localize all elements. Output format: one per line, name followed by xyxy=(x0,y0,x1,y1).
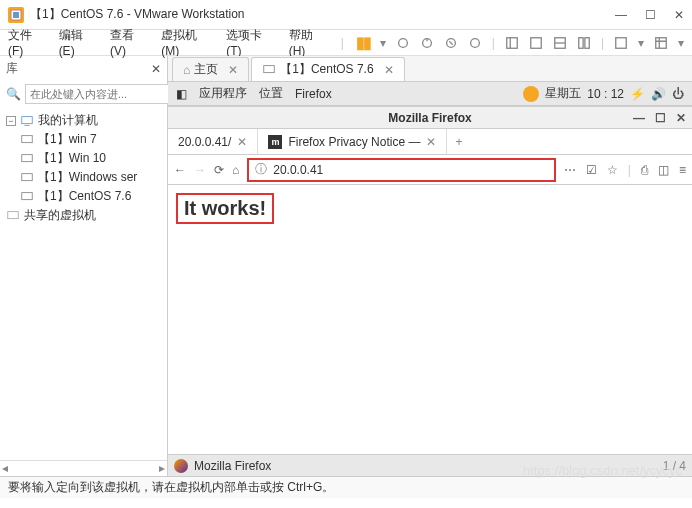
browser-tab-2-label: Firefox Privacy Notice — xyxy=(288,135,420,149)
ff-close-button[interactable]: ✕ xyxy=(676,111,686,125)
ff-minimize-button[interactable]: — xyxy=(633,111,645,125)
fullscreen-icon[interactable] xyxy=(614,36,628,50)
svg-rect-13 xyxy=(616,37,627,48)
vm-icon xyxy=(20,133,34,147)
tree-item[interactable]: 【1】Win 10 xyxy=(38,150,106,167)
home-icon: ⌂ xyxy=(183,63,190,77)
notification-icon[interactable] xyxy=(523,86,539,102)
page-heading: It works! xyxy=(184,197,266,220)
svg-rect-8 xyxy=(531,37,542,48)
layout1-icon[interactable] xyxy=(505,36,519,50)
svg-point-2 xyxy=(398,38,407,47)
tree-item[interactable]: 【1】Windows ser xyxy=(38,169,137,186)
tree-root[interactable]: 我的计算机 xyxy=(38,112,98,129)
svg-rect-19 xyxy=(22,173,33,180)
home-button[interactable]: ⌂ xyxy=(232,163,239,177)
menu-vm[interactable]: 虚拟机(M) xyxy=(161,27,214,58)
close-button[interactable]: ✕ xyxy=(674,8,684,22)
reader-icon[interactable]: ☑ xyxy=(586,163,597,177)
tab-home[interactable]: ⌂ 主页 ✕ xyxy=(172,57,249,81)
volume-icon[interactable]: 🔊 xyxy=(651,87,666,101)
taskbar-item[interactable]: Mozilla Firefox xyxy=(194,459,271,473)
svg-rect-14 xyxy=(656,37,667,48)
svg-rect-17 xyxy=(22,135,33,142)
pause-icon[interactable]: ▮▮ xyxy=(356,33,370,52)
svg-rect-21 xyxy=(8,211,19,218)
tree-item[interactable]: 【1】win 7 xyxy=(38,131,97,148)
scroll-right-icon[interactable]: ▸ xyxy=(159,461,165,476)
clock-day: 星期五 xyxy=(545,85,581,102)
maximize-button[interactable]: ☐ xyxy=(645,8,656,22)
menu-edit[interactable]: 编辑(E) xyxy=(59,27,98,58)
ff-maximize-button[interactable]: ☐ xyxy=(655,111,666,125)
window-title: 【1】CentOS 7.6 - VMware Workstation xyxy=(30,6,615,23)
layout2-icon[interactable] xyxy=(529,36,543,50)
tab-vm-close-icon[interactable]: ✕ xyxy=(384,63,394,77)
more-icon[interactable]: ⋯ xyxy=(564,163,576,177)
new-tab-button[interactable]: + xyxy=(447,135,470,149)
vm-icon xyxy=(20,190,34,204)
network-icon[interactable]: ⚡ xyxy=(630,87,645,101)
menu-help[interactable]: 帮助(H) xyxy=(289,27,329,58)
library-search-input[interactable] xyxy=(25,84,173,104)
svg-rect-6 xyxy=(507,37,518,48)
manage-icon[interactable] xyxy=(468,36,482,50)
tree-item-selected[interactable]: 【1】CentOS 7.6 xyxy=(38,188,131,205)
firefox-taskbar-icon[interactable] xyxy=(174,459,188,473)
forward-button[interactable]: → xyxy=(194,163,206,177)
info-icon[interactable]: ⓘ xyxy=(255,161,267,178)
linux-menu-firefox[interactable]: Firefox xyxy=(295,87,332,101)
menu-file[interactable]: 文件(F) xyxy=(8,27,47,58)
back-button[interactable]: ← xyxy=(174,163,186,177)
clock-time: 10 : 12 xyxy=(587,87,624,101)
library-tree[interactable]: − 我的计算机 【1】win 7 【1】Win 10 【1】Windows se… xyxy=(0,107,167,460)
layout4-icon[interactable] xyxy=(577,36,591,50)
url-bar[interactable]: ⓘ 20.0.0.41 xyxy=(247,158,556,182)
vm-icon xyxy=(20,171,34,185)
svg-rect-22 xyxy=(264,65,275,72)
vmware-logo-icon xyxy=(8,7,24,23)
unity-icon[interactable] xyxy=(654,36,668,50)
search-icon: 🔍 xyxy=(6,87,21,101)
library-icon[interactable]: ⎙ xyxy=(641,163,648,177)
tab-vm-label: 【1】CentOS 7.6 xyxy=(280,61,373,78)
svg-rect-12 xyxy=(585,37,589,48)
reload-button[interactable]: ⟳ xyxy=(214,163,224,177)
expand-icon[interactable]: − xyxy=(6,116,16,126)
power-tray-icon[interactable]: ⏻ xyxy=(672,87,684,101)
tab-close-icon[interactable]: ✕ xyxy=(426,135,436,149)
library-close-icon[interactable]: ✕ xyxy=(151,62,161,76)
tab-close-icon[interactable]: ✕ xyxy=(237,135,247,149)
svg-point-5 xyxy=(470,38,479,47)
power-icon[interactable] xyxy=(396,36,410,50)
menu-view[interactable]: 查看(V) xyxy=(110,27,149,58)
browser-tab-2[interactable]: m Firefox Privacy Notice — ✕ xyxy=(258,129,447,154)
layout3-icon[interactable] xyxy=(553,36,567,50)
svg-rect-18 xyxy=(22,154,33,161)
tree-shared[interactable]: 共享的虚拟机 xyxy=(24,207,96,224)
watermark: https://blog.csdn.net/ycycyc xyxy=(523,463,682,478)
mozilla-icon: m xyxy=(268,135,282,149)
tab-home-label: 主页 xyxy=(194,61,218,78)
menu-tabs[interactable]: 选项卡(T) xyxy=(226,27,276,58)
shared-icon xyxy=(6,209,20,223)
tab-vm[interactable]: 【1】CentOS 7.6 ✕ xyxy=(251,57,404,81)
linux-menu-apps[interactable]: 应用程序 xyxy=(199,85,247,102)
dropdown-icon[interactable]: ▾ xyxy=(380,36,386,50)
menu-icon[interactable]: ≡ xyxy=(679,163,686,177)
svg-rect-1 xyxy=(13,12,19,18)
tab-home-close-icon[interactable]: ✕ xyxy=(228,63,238,77)
browser-tab-1[interactable]: 20.0.0.41/ ✕ xyxy=(168,129,258,154)
scroll-left-icon[interactable]: ◂ xyxy=(2,461,8,476)
dropdown2-icon[interactable]: ▾ xyxy=(638,36,644,50)
linux-menu-places[interactable]: 位置 xyxy=(259,85,283,102)
minimize-button[interactable]: — xyxy=(615,8,627,22)
dropdown3-icon[interactable]: ▾ xyxy=(678,36,684,50)
snapshot-icon[interactable] xyxy=(420,36,434,50)
revert-icon[interactable] xyxy=(444,36,458,50)
bookmark-icon[interactable]: ☆ xyxy=(607,163,618,177)
browser-tab-1-label: 20.0.0.41/ xyxy=(178,135,231,149)
svg-rect-20 xyxy=(22,192,33,199)
sidebar-icon[interactable]: ◫ xyxy=(658,163,669,177)
linux-activities-icon[interactable]: ◧ xyxy=(176,87,187,101)
